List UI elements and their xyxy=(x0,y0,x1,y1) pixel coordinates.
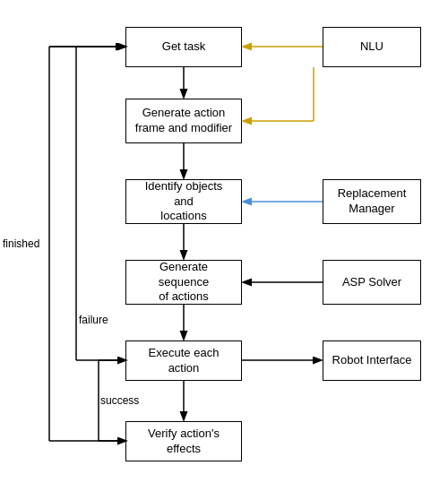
node-gen-action: Generate actionframe and modifier xyxy=(125,99,242,143)
node-replacement: ReplacementManager xyxy=(323,179,421,224)
node-execute-label: Execute each action xyxy=(134,346,234,376)
node-gen-sequence-label: Generate sequenceof actions xyxy=(134,260,234,306)
node-nlu: NLU xyxy=(323,27,421,67)
node-asp: ASP Solver xyxy=(323,260,421,305)
node-gen-action-label: Generate actionframe and modifier xyxy=(135,106,232,136)
label-failure: failure xyxy=(79,314,108,326)
node-identify-label: Identify objects andlocations xyxy=(134,179,234,225)
node-replacement-label: ReplacementManager xyxy=(338,186,407,217)
node-nlu-label: NLU xyxy=(360,39,383,55)
diagram-container: Get task Generate actionframe and modifi… xyxy=(0,0,448,500)
node-execute: Execute each action xyxy=(125,341,242,381)
node-get-task: Get task xyxy=(125,27,242,67)
label-success: success xyxy=(100,394,139,407)
node-verify-label: Verify action's effects xyxy=(134,427,234,457)
node-robot: Robot Interface xyxy=(323,341,421,381)
node-verify: Verify action's effects xyxy=(125,421,242,461)
node-get-task-label: Get task xyxy=(162,39,205,55)
node-asp-label: ASP Solver xyxy=(342,275,401,290)
node-identify: Identify objects andlocations xyxy=(125,179,242,224)
node-gen-sequence: Generate sequenceof actions xyxy=(125,260,242,305)
node-robot-label: Robot Interface xyxy=(332,353,412,368)
label-finished: finished xyxy=(3,237,39,250)
